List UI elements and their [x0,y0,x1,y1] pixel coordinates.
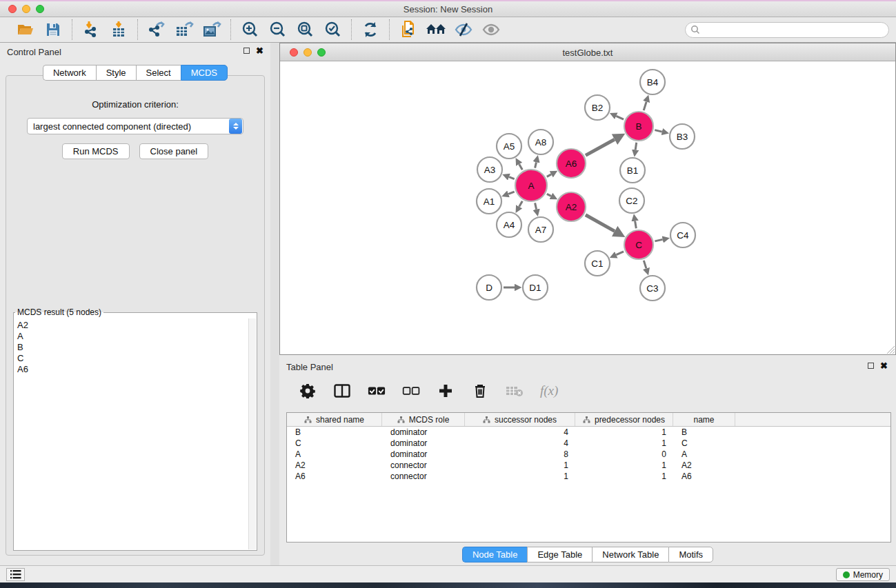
result-item[interactable]: A2 [17,320,245,331]
graph-edge[interactable] [508,192,515,194]
close-panel-icon[interactable]: ✖ [256,47,263,54]
table-header-row: shared name MCDS role successor nodes pr… [287,413,890,427]
add-column-icon[interactable] [437,383,455,399]
graph-node-label: C [635,240,642,250]
column-type-icon [397,416,405,423]
column-header-predecessor-nodes[interactable]: predecessor nodes [575,413,673,426]
function-builder-icon[interactable]: f(x) [540,383,558,398]
zoom-in-icon[interactable] [239,20,260,39]
graph-edge[interactable] [586,215,615,232]
home-icon[interactable] [426,20,446,39]
tab-network-table[interactable]: Network Table [592,547,668,562]
criterion-select[interactable]: largest connected component (directed) [27,118,243,134]
graph-edge[interactable] [644,261,646,269]
mcds-tab-content: Optimization criterion: largest connecte… [6,75,265,556]
column-header-successor-nodes[interactable]: successor nodes [465,413,575,426]
task-history-icon[interactable] [6,568,25,581]
graph-edge[interactable] [616,252,624,255]
graph-edge[interactable] [586,139,615,155]
trash-icon[interactable] [471,383,489,399]
table-row[interactable]: Cdominator41C [287,438,890,449]
graph-node-label: B2 [592,103,604,113]
gear-icon[interactable] [299,383,317,399]
table-row[interactable]: A2connector11A2 [287,460,890,471]
graph-edge[interactable] [535,203,537,209]
tab-motifs[interactable]: Motifs [668,547,713,562]
desktop-background [0,582,896,588]
graph-node-label: B4 [647,77,659,88]
graph-node-label: C2 [626,196,637,206]
optimization-criterion-label: Optimization criterion: [6,99,264,110]
save-session-icon[interactable] [43,20,63,39]
resize-grip[interactable] [885,344,895,354]
mcds-result-list: A2 A B C A6 [14,318,248,549]
refresh-icon[interactable] [360,20,381,39]
export-network-icon[interactable] [146,20,167,39]
graph-edge[interactable] [616,116,624,119]
panel-splitter[interactable] [270,43,279,565]
graph-edge[interactable] [655,130,662,132]
table-row[interactable]: A6connector11A6 [287,471,890,482]
graph-edge[interactable] [547,174,551,177]
import-table-icon[interactable] [108,20,129,39]
eye-slash-icon[interactable] [453,20,474,39]
graph-edge[interactable] [644,102,646,111]
open-session-icon[interactable] [15,20,36,39]
zoom-fit-icon[interactable] [295,20,315,39]
graph-node-label: A1 [484,196,495,207]
result-item[interactable]: B [17,342,245,353]
main-area: Control Panel ✖ Network Style Select MCD… [0,43,896,565]
control-panel-title: Control Panel [7,47,61,57]
search-input[interactable] [703,25,882,34]
zoom-selected-icon[interactable] [322,20,343,39]
result-item[interactable]: C [17,353,245,364]
import-network-icon[interactable] [81,20,101,39]
right-area: testGlobe.txt B4B2BB3A8A5A6A3B1AC2A1A2A4… [279,43,896,565]
memory-button[interactable]: Memory [836,568,890,581]
float-panel-icon[interactable] [243,48,250,54]
graph-edge[interactable] [635,221,637,229]
column-header-mcds-role[interactable]: MCDS role [382,413,465,426]
result-item[interactable]: A [17,331,245,342]
graph-edge[interactable] [535,162,537,168]
graph-edge[interactable] [519,201,523,207]
result-scrollbar[interactable] [248,318,256,549]
delete-table-icon[interactable] [506,383,524,399]
select-all-checkboxes-icon[interactable] [368,383,386,399]
tab-edge-table[interactable]: Edge Table [527,547,592,562]
export-table-icon[interactable] [174,20,195,39]
run-mcds-button[interactable]: Run MCDS [62,143,130,159]
deselect-all-checkboxes-icon[interactable] [402,383,420,399]
graph-node-label: C1 [591,258,603,269]
table-row[interactable]: Adominator80A [287,449,890,460]
result-item[interactable]: A6 [17,364,245,375]
table-row[interactable]: Bdominator41B [287,427,890,438]
graph-edge[interactable] [509,177,515,179]
tab-mcds[interactable]: MCDS [181,65,228,81]
graph-edge[interactable] [655,239,662,241]
export-image-icon[interactable] [201,20,222,39]
graph-node-label: A7 [535,225,547,235]
column-header-shared-name[interactable]: shared name [287,413,382,426]
split-view-icon[interactable] [333,383,351,399]
float-table-panel-icon[interactable] [868,363,874,369]
new-network-from-selection-icon[interactable] [398,20,419,39]
close-panel-button[interactable]: Close panel [139,143,209,159]
graph-edge[interactable] [547,194,551,196]
close-table-panel-icon[interactable]: ✖ [880,362,888,369]
tab-style[interactable]: Style [96,65,136,81]
graph-node-label: B3 [677,132,688,142]
graph-edge[interactable] [635,143,637,150]
tab-network[interactable]: Network [43,65,96,81]
column-header-name[interactable]: name [673,413,735,426]
status-bar: Memory [0,565,896,582]
search-field[interactable] [685,22,889,38]
tab-select[interactable]: Select [136,65,181,81]
tab-node-table[interactable]: Node Table [462,547,528,562]
eye-icon[interactable] [481,20,501,39]
zoom-out-icon[interactable] [267,20,288,39]
graph-node-label: B [635,121,641,132]
graph-node-label: A [528,181,534,191]
graph-edge[interactable] [519,164,523,170]
network-canvas[interactable]: B4B2BB3A8A5A6A3B1AC2A1A2A4A7C4CC1DD1C3 [280,61,895,354]
